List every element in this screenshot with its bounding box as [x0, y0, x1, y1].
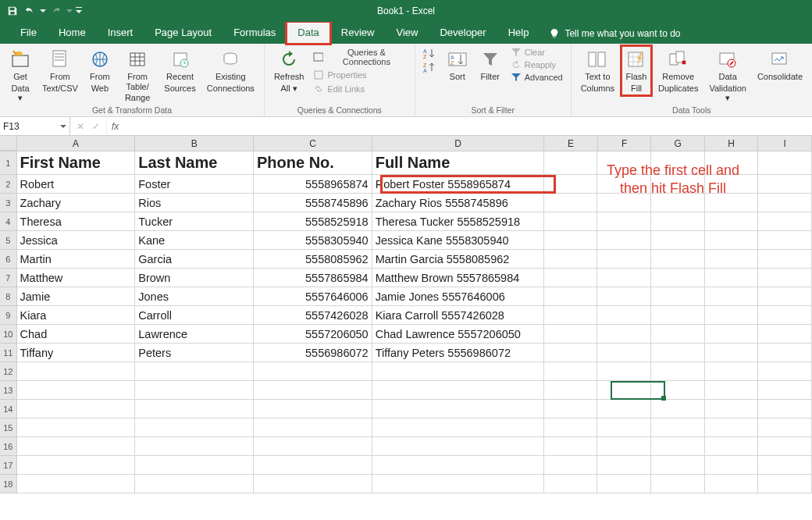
col-header-H[interactable]: H: [705, 136, 759, 151]
cell[interactable]: [597, 418, 651, 437]
cell[interactable]: Tiffany: [17, 344, 136, 362]
cell[interactable]: [372, 437, 544, 456]
fx-icon[interactable]: fx: [107, 117, 123, 135]
cell[interactable]: [135, 475, 254, 493]
cell[interactable]: [372, 456, 544, 475]
cell[interactable]: Lawrence: [135, 325, 254, 344]
cell[interactable]: [544, 344, 598, 362]
advanced-filter-button[interactable]: Advanced: [509, 72, 564, 83]
row-header[interactable]: 17: [0, 456, 17, 475]
cell[interactable]: [758, 400, 812, 418]
cell[interactable]: [651, 400, 705, 418]
cell[interactable]: [651, 287, 705, 306]
cell[interactable]: [597, 456, 651, 475]
queries-connections-button[interactable]: Queries & Connections: [312, 47, 408, 67]
cell[interactable]: [705, 212, 759, 231]
cell[interactable]: Robert Foster 5558965874: [372, 175, 544, 194]
cancel-icon[interactable]: ✕: [77, 121, 84, 132]
cell[interactable]: [597, 231, 651, 250]
cell[interactable]: [705, 362, 759, 381]
tab-help[interactable]: Help: [497, 22, 540, 44]
cell[interactable]: 5556986072: [254, 344, 372, 362]
cell[interactable]: [254, 362, 372, 381]
data-validation-button[interactable]: DataValidation ▾: [706, 47, 750, 105]
cell[interactable]: [705, 231, 759, 250]
row-header[interactable]: 14: [0, 400, 17, 418]
cell[interactable]: [135, 456, 254, 475]
row-header[interactable]: 16: [0, 437, 17, 456]
cell[interactable]: [758, 287, 812, 306]
cell[interactable]: [758, 231, 812, 250]
edit-links-button[interactable]: Edit Links: [312, 83, 366, 95]
text-to-columns-button[interactable]: Text toColumns: [578, 47, 618, 94]
tab-home[interactable]: Home: [48, 22, 97, 44]
consolidate-button[interactable]: Consolidate: [754, 47, 806, 85]
cell[interactable]: Jamie Jones 5557646006: [372, 287, 544, 306]
cell[interactable]: [758, 475, 812, 493]
cell[interactable]: [651, 250, 705, 269]
cell[interactable]: [705, 456, 759, 475]
row-header[interactable]: 8: [0, 287, 17, 306]
cell[interactable]: [597, 287, 651, 306]
cell[interactable]: [705, 269, 759, 287]
undo-dropdown-icon[interactable]: [39, 3, 47, 19]
col-header-G[interactable]: G: [651, 136, 705, 151]
cell[interactable]: [544, 362, 598, 381]
tell-me-search[interactable]: Tell me what you want to do: [540, 23, 689, 44]
sort-za-button[interactable]: ZA: [422, 61, 439, 75]
reapply-button[interactable]: Reapply: [509, 59, 557, 70]
cell[interactable]: [254, 400, 372, 418]
cell[interactable]: [705, 418, 759, 437]
cell[interactable]: [597, 437, 651, 456]
cell[interactable]: [135, 400, 254, 418]
redo-icon[interactable]: [48, 3, 64, 19]
cell[interactable]: [705, 306, 759, 325]
cell[interactable]: [758, 418, 812, 437]
cell[interactable]: Martin Garcia 5558085962: [372, 250, 544, 269]
row-header[interactable]: 10: [0, 325, 17, 344]
cell[interactable]: Rios: [135, 194, 254, 212]
cell[interactable]: [758, 437, 812, 456]
cell[interactable]: Robert: [17, 175, 136, 194]
row-header[interactable]: 3: [0, 194, 17, 212]
cell[interactable]: [651, 381, 705, 400]
cell[interactable]: Zachary: [17, 194, 136, 212]
col-header-A[interactable]: A: [17, 136, 136, 151]
cell[interactable]: Chad: [17, 325, 136, 344]
sort-az-button[interactable]: AZ: [422, 47, 439, 61]
cell[interactable]: [705, 344, 759, 362]
cell[interactable]: [651, 212, 705, 231]
cell[interactable]: [651, 325, 705, 344]
cell[interactable]: Phone No.: [254, 151, 372, 175]
cell[interactable]: [705, 437, 759, 456]
cell[interactable]: Jamie: [17, 287, 136, 306]
undo-icon[interactable]: [22, 3, 37, 19]
qat-customize-icon[interactable]: [75, 3, 83, 19]
remove-duplicates-button[interactable]: RemoveDuplicates: [655, 47, 701, 94]
cell[interactable]: [597, 344, 651, 362]
cell[interactable]: [597, 381, 651, 400]
cell[interactable]: [544, 418, 598, 437]
cell[interactable]: [705, 250, 759, 269]
row-header[interactable]: 18: [0, 475, 17, 493]
cell[interactable]: [544, 475, 598, 493]
cell[interactable]: [705, 475, 759, 493]
cell[interactable]: [372, 400, 544, 418]
cell[interactable]: [135, 362, 254, 381]
cell[interactable]: [544, 250, 598, 269]
col-header-B[interactable]: B: [135, 136, 254, 151]
row-header[interactable]: 5: [0, 231, 17, 250]
save-icon[interactable]: [5, 3, 20, 19]
cell[interactable]: Brown: [135, 269, 254, 287]
row-header[interactable]: 4: [0, 212, 17, 231]
cell[interactable]: [651, 231, 705, 250]
cell[interactable]: Chad Lawrence 5557206050: [372, 325, 544, 344]
cell[interactable]: [705, 325, 759, 344]
cell[interactable]: [758, 456, 812, 475]
row-header[interactable]: 6: [0, 250, 17, 269]
cell[interactable]: 5558745896: [254, 194, 372, 212]
cell[interactable]: [651, 456, 705, 475]
cell[interactable]: [254, 381, 372, 400]
refresh-all-button[interactable]: RefreshAll ▾: [271, 47, 308, 94]
cell[interactable]: [597, 306, 651, 325]
